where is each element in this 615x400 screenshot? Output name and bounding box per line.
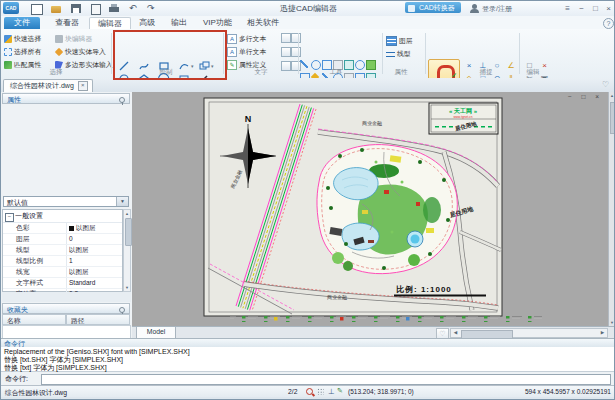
cad-converter-badge[interactable]: CAD转换器	[405, 2, 461, 13]
divider	[223, 33, 224, 74]
menu-bar: 文件 查看器 编辑器 高级 输出 VIP功能 相关软件 ?	[1, 16, 615, 30]
scroll-down-icon[interactable]: ▼	[609, 319, 615, 326]
preset-dropdown[interactable]: 默认值 ▼	[3, 196, 129, 207]
status-page: 2/2	[288, 388, 297, 395]
help-icon[interactable]: ?	[603, 18, 614, 29]
scroll-thumb[interactable]	[610, 102, 615, 134]
grid-toggle-icon[interactable]	[317, 388, 324, 395]
command-line-2: 替换 [txt.SHX] 字体为 [SIMPLEX.SHX]	[4, 356, 615, 364]
properties-group: 图层 线型	[386, 34, 413, 60]
favorite-heart-icon[interactable]: ♡	[602, 80, 609, 89]
property-row-lineweight[interactable]: 线宽以图层	[3, 267, 122, 278]
pin-icon[interactable]	[119, 97, 125, 103]
tab-editor[interactable]: 编辑器	[89, 17, 131, 29]
properties-table: − 一般设置 色彩以图层 图层0 线型以图层 线型比例1 线宽以图层 文字样式S…	[2, 209, 123, 292]
quick-select-button[interactable]: 快速选择	[4, 32, 41, 45]
horizontal-scrollbar[interactable]: ◀ ▶	[450, 328, 608, 338]
properties-scrollbar[interactable]: ▲ ▼	[123, 209, 131, 292]
document-tab-close-icon[interactable]: ×	[78, 81, 88, 91]
north-label: N	[245, 114, 252, 124]
property-row-layer[interactable]: 图层0	[3, 234, 122, 245]
status-coordinates: (513.204; 318.9971; 0)	[348, 388, 414, 395]
park-area	[317, 145, 457, 274]
pin-icon[interactable]	[119, 307, 125, 313]
login-register-button[interactable]: 登录/注册	[471, 3, 512, 14]
multiline-text-button[interactable]: 多行文本	[227, 32, 266, 45]
scroll-down-icon[interactable]: ▼	[124, 284, 130, 291]
select-all-icon	[4, 48, 12, 56]
property-row-linetype[interactable]: 线型以图层	[3, 245, 122, 256]
minimize-icon[interactable]: −	[575, 3, 588, 14]
properties-group-label: 属性	[379, 68, 423, 77]
chevron-down-icon[interactable]: ▼	[116, 197, 128, 206]
tab-advanced[interactable]: 高级	[131, 17, 163, 28]
label-top: 商业金融	[362, 120, 382, 127]
title-block: « 天工网 » www.tgnet.cn 居住用地	[429, 103, 498, 134]
property-row-color[interactable]: 色彩以图层	[3, 223, 122, 234]
scroll-left-icon[interactable]: ◀	[451, 329, 460, 337]
drawing-canvas[interactable]: N « 天工网 » www.tgnet.cn 居住用地 商业金融	[132, 92, 608, 326]
favorites-panel-header[interactable]: 收藏夹	[2, 303, 130, 314]
line-tool-icon[interactable]	[118, 59, 138, 72]
select-all-button[interactable]: 选择所有	[4, 45, 41, 58]
vertical-scrollbar[interactable]: ▲ ▼	[608, 92, 615, 326]
tab-related[interactable]: 相关软件	[239, 17, 287, 28]
tool-icon[interactable]	[366, 60, 376, 70]
tab-vip[interactable]: VIP功能	[195, 17, 240, 28]
zoom-search-icon[interactable]	[306, 388, 313, 395]
divider	[425, 33, 426, 74]
select-group: 快速选择 选择所有 匹配属性	[4, 32, 41, 71]
singleline-text-button[interactable]: 单行文本	[227, 45, 266, 58]
titleblock-url: www.tgnet.cn	[454, 115, 473, 119]
text-align-icon[interactable]	[291, 33, 301, 43]
favorites-column-name[interactable]: 名称	[2, 314, 66, 325]
quick-entity-import-button[interactable]: 快速实体导入	[55, 45, 113, 58]
scroll-up-icon[interactable]: ▲	[609, 92, 615, 99]
command-prompt-label: 命令行:	[5, 374, 28, 384]
command-line-3: 替换 [txt] 字体为 [SIMPLEX.SHX]	[4, 364, 615, 372]
tab-file[interactable]: 文件	[4, 17, 40, 29]
text-group-label: 文字	[236, 68, 286, 77]
left-dock: 属性 默认值 ▼ − 一般设置 色彩以图层 图层0 线型以图层 线型比例1 线宽…	[1, 92, 133, 338]
linetype-button[interactable]: 线型	[386, 47, 413, 60]
block-editor-icon	[55, 35, 63, 43]
menu-icon[interactable]: ≡	[561, 3, 574, 14]
text-frame-icon[interactable]	[291, 47, 301, 57]
command-input[interactable]	[41, 374, 611, 385]
tool-icon[interactable]	[300, 60, 308, 68]
properties-panel-header[interactable]: 属性	[2, 93, 130, 104]
drawing-plan: N « 天工网 » www.tgnet.cn 居住用地 商业金融	[132, 92, 608, 326]
property-row-ltscale[interactable]: 线型比例1	[3, 256, 122, 267]
quick-select-icon	[4, 35, 12, 43]
entity-import-icon	[55, 47, 63, 55]
tab-viewer[interactable]: 查看器	[47, 17, 87, 28]
app-title: 迅捷CAD编辑器	[1, 3, 615, 14]
title-bar: CAD ↶ ↷ 迅捷CAD编辑器 CAD转换器 登录/注册 ≡ − □ ×	[1, 1, 615, 17]
scroll-right-icon[interactable]: ▶	[598, 329, 607, 337]
ortho-toggle-icon[interactable]: ⊥	[328, 387, 335, 396]
text-find-icon[interactable]	[281, 33, 291, 43]
cad-editor-window: CAD ↶ ↷ 迅捷CAD编辑器 CAD转换器 登录/注册 ≡ − □ × 文件…	[0, 0, 615, 400]
command-line-1: Replacement of the [Geniso.SHX] font wit…	[4, 348, 615, 356]
draft-pen-icon[interactable]: ✎	[337, 387, 343, 395]
panel-splitter[interactable]	[2, 292, 131, 302]
select-group-label: 选择	[31, 68, 81, 77]
maximize-icon[interactable]: □	[589, 3, 602, 14]
document-window-controls[interactable]: − □ ×	[568, 93, 603, 100]
property-row-textstyle[interactable]: 文字样式Standard	[3, 278, 122, 289]
document-tab[interactable]: 综合性园林设计.dwg ×	[3, 79, 93, 92]
block-editor-button[interactable]: 块编辑器	[55, 32, 113, 45]
text-style-icon[interactable]	[281, 47, 291, 57]
layers-button[interactable]: 图层	[386, 34, 413, 47]
copy-object-tool-icon[interactable]	[198, 59, 218, 72]
tab-output[interactable]: 输出	[163, 17, 195, 28]
scroll-thumb[interactable]	[125, 218, 132, 246]
properties-section-header[interactable]: − 一般设置	[3, 210, 122, 223]
close-icon[interactable]: ×	[602, 3, 615, 14]
collapse-icon[interactable]: −	[5, 213, 14, 222]
favorites-column-path[interactable]: 路径	[66, 314, 130, 325]
ribbon: 快速选择 选择所有 匹配属性 块编辑器 快速实体导入 多边形实体输入 选择	[1, 29, 615, 79]
command-input-row: 命令行:	[1, 372, 615, 385]
scroll-up-icon[interactable]: ▲	[124, 210, 130, 217]
command-panel-header[interactable]: 命令行	[1, 338, 615, 347]
